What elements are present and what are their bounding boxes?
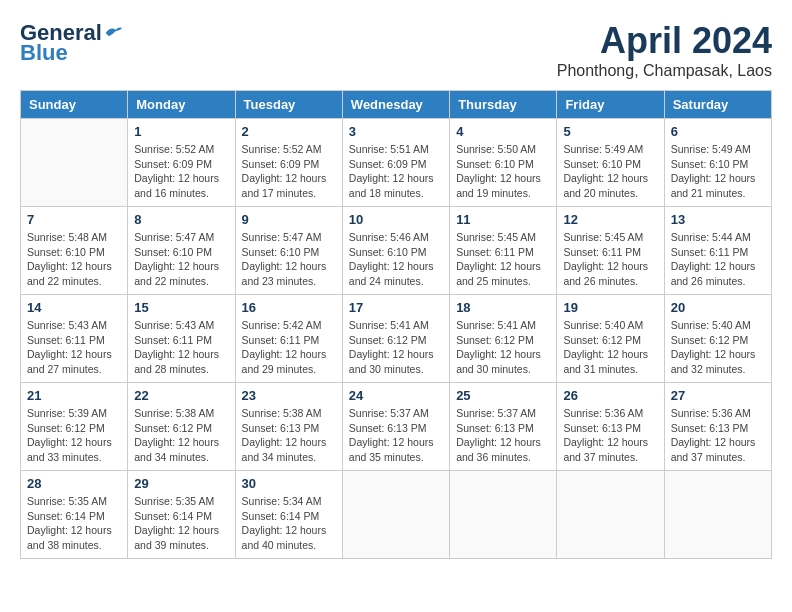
day-number: 2 bbox=[242, 124, 336, 139]
day-info: Sunrise: 5:52 AM Sunset: 6:09 PM Dayligh… bbox=[134, 142, 228, 201]
day-number: 22 bbox=[134, 388, 228, 403]
calendar-cell: 23Sunrise: 5:38 AM Sunset: 6:13 PM Dayli… bbox=[235, 383, 342, 471]
calendar-cell: 15Sunrise: 5:43 AM Sunset: 6:11 PM Dayli… bbox=[128, 295, 235, 383]
header: General Blue April 2024 Phonthong, Champ… bbox=[20, 20, 772, 80]
day-number: 8 bbox=[134, 212, 228, 227]
calendar-cell: 8Sunrise: 5:47 AM Sunset: 6:10 PM Daylig… bbox=[128, 207, 235, 295]
day-number: 21 bbox=[27, 388, 121, 403]
day-info: Sunrise: 5:38 AM Sunset: 6:12 PM Dayligh… bbox=[134, 406, 228, 465]
week-row-1: 1Sunrise: 5:52 AM Sunset: 6:09 PM Daylig… bbox=[21, 119, 772, 207]
day-info: Sunrise: 5:43 AM Sunset: 6:11 PM Dayligh… bbox=[134, 318, 228, 377]
col-header-tuesday: Tuesday bbox=[235, 91, 342, 119]
bird-icon bbox=[104, 24, 124, 42]
day-number: 24 bbox=[349, 388, 443, 403]
day-info: Sunrise: 5:39 AM Sunset: 6:12 PM Dayligh… bbox=[27, 406, 121, 465]
calendar-cell: 9Sunrise: 5:47 AM Sunset: 6:10 PM Daylig… bbox=[235, 207, 342, 295]
day-number: 30 bbox=[242, 476, 336, 491]
day-info: Sunrise: 5:49 AM Sunset: 6:10 PM Dayligh… bbox=[563, 142, 657, 201]
calendar-header-row: SundayMondayTuesdayWednesdayThursdayFrid… bbox=[21, 91, 772, 119]
calendar-cell: 10Sunrise: 5:46 AM Sunset: 6:10 PM Dayli… bbox=[342, 207, 449, 295]
day-info: Sunrise: 5:52 AM Sunset: 6:09 PM Dayligh… bbox=[242, 142, 336, 201]
day-info: Sunrise: 5:45 AM Sunset: 6:11 PM Dayligh… bbox=[456, 230, 550, 289]
calendar-cell: 17Sunrise: 5:41 AM Sunset: 6:12 PM Dayli… bbox=[342, 295, 449, 383]
calendar-cell: 5Sunrise: 5:49 AM Sunset: 6:10 PM Daylig… bbox=[557, 119, 664, 207]
col-header-monday: Monday bbox=[128, 91, 235, 119]
day-number: 14 bbox=[27, 300, 121, 315]
day-number: 23 bbox=[242, 388, 336, 403]
day-number: 3 bbox=[349, 124, 443, 139]
day-number: 10 bbox=[349, 212, 443, 227]
week-row-5: 28Sunrise: 5:35 AM Sunset: 6:14 PM Dayli… bbox=[21, 471, 772, 559]
day-info: Sunrise: 5:35 AM Sunset: 6:14 PM Dayligh… bbox=[27, 494, 121, 553]
day-number: 25 bbox=[456, 388, 550, 403]
logo: General Blue bbox=[20, 20, 124, 66]
day-number: 20 bbox=[671, 300, 765, 315]
day-info: Sunrise: 5:46 AM Sunset: 6:10 PM Dayligh… bbox=[349, 230, 443, 289]
month-title: April 2024 bbox=[557, 20, 772, 62]
day-number: 18 bbox=[456, 300, 550, 315]
day-info: Sunrise: 5:38 AM Sunset: 6:13 PM Dayligh… bbox=[242, 406, 336, 465]
day-info: Sunrise: 5:51 AM Sunset: 6:09 PM Dayligh… bbox=[349, 142, 443, 201]
day-info: Sunrise: 5:50 AM Sunset: 6:10 PM Dayligh… bbox=[456, 142, 550, 201]
calendar-cell bbox=[557, 471, 664, 559]
day-number: 4 bbox=[456, 124, 550, 139]
col-header-sunday: Sunday bbox=[21, 91, 128, 119]
calendar-cell: 12Sunrise: 5:45 AM Sunset: 6:11 PM Dayli… bbox=[557, 207, 664, 295]
calendar-cell: 3Sunrise: 5:51 AM Sunset: 6:09 PM Daylig… bbox=[342, 119, 449, 207]
day-info: Sunrise: 5:36 AM Sunset: 6:13 PM Dayligh… bbox=[563, 406, 657, 465]
day-number: 17 bbox=[349, 300, 443, 315]
calendar-cell: 30Sunrise: 5:34 AM Sunset: 6:14 PM Dayli… bbox=[235, 471, 342, 559]
calendar-cell bbox=[21, 119, 128, 207]
calendar-cell: 18Sunrise: 5:41 AM Sunset: 6:12 PM Dayli… bbox=[450, 295, 557, 383]
calendar-cell: 24Sunrise: 5:37 AM Sunset: 6:13 PM Dayli… bbox=[342, 383, 449, 471]
calendar-cell bbox=[664, 471, 771, 559]
day-number: 1 bbox=[134, 124, 228, 139]
calendar-cell: 29Sunrise: 5:35 AM Sunset: 6:14 PM Dayli… bbox=[128, 471, 235, 559]
calendar-cell: 25Sunrise: 5:37 AM Sunset: 6:13 PM Dayli… bbox=[450, 383, 557, 471]
day-number: 27 bbox=[671, 388, 765, 403]
day-info: Sunrise: 5:45 AM Sunset: 6:11 PM Dayligh… bbox=[563, 230, 657, 289]
calendar-cell: 2Sunrise: 5:52 AM Sunset: 6:09 PM Daylig… bbox=[235, 119, 342, 207]
day-number: 29 bbox=[134, 476, 228, 491]
day-info: Sunrise: 5:37 AM Sunset: 6:13 PM Dayligh… bbox=[456, 406, 550, 465]
day-number: 6 bbox=[671, 124, 765, 139]
logo-blue-text: Blue bbox=[20, 40, 68, 66]
calendar-cell: 11Sunrise: 5:45 AM Sunset: 6:11 PM Dayli… bbox=[450, 207, 557, 295]
day-info: Sunrise: 5:41 AM Sunset: 6:12 PM Dayligh… bbox=[456, 318, 550, 377]
day-info: Sunrise: 5:43 AM Sunset: 6:11 PM Dayligh… bbox=[27, 318, 121, 377]
day-number: 15 bbox=[134, 300, 228, 315]
day-number: 11 bbox=[456, 212, 550, 227]
day-number: 19 bbox=[563, 300, 657, 315]
day-info: Sunrise: 5:41 AM Sunset: 6:12 PM Dayligh… bbox=[349, 318, 443, 377]
title-area: April 2024 Phonthong, Champasak, Laos bbox=[557, 20, 772, 80]
calendar-cell: 20Sunrise: 5:40 AM Sunset: 6:12 PM Dayli… bbox=[664, 295, 771, 383]
day-info: Sunrise: 5:37 AM Sunset: 6:13 PM Dayligh… bbox=[349, 406, 443, 465]
calendar-cell bbox=[342, 471, 449, 559]
day-number: 12 bbox=[563, 212, 657, 227]
col-header-friday: Friday bbox=[557, 91, 664, 119]
calendar-cell bbox=[450, 471, 557, 559]
day-info: Sunrise: 5:49 AM Sunset: 6:10 PM Dayligh… bbox=[671, 142, 765, 201]
day-info: Sunrise: 5:40 AM Sunset: 6:12 PM Dayligh… bbox=[671, 318, 765, 377]
calendar-cell: 28Sunrise: 5:35 AM Sunset: 6:14 PM Dayli… bbox=[21, 471, 128, 559]
day-info: Sunrise: 5:34 AM Sunset: 6:14 PM Dayligh… bbox=[242, 494, 336, 553]
calendar-cell: 6Sunrise: 5:49 AM Sunset: 6:10 PM Daylig… bbox=[664, 119, 771, 207]
day-number: 28 bbox=[27, 476, 121, 491]
calendar-cell: 7Sunrise: 5:48 AM Sunset: 6:10 PM Daylig… bbox=[21, 207, 128, 295]
day-info: Sunrise: 5:47 AM Sunset: 6:10 PM Dayligh… bbox=[134, 230, 228, 289]
day-number: 7 bbox=[27, 212, 121, 227]
day-info: Sunrise: 5:44 AM Sunset: 6:11 PM Dayligh… bbox=[671, 230, 765, 289]
calendar-table: SundayMondayTuesdayWednesdayThursdayFrid… bbox=[20, 90, 772, 559]
day-info: Sunrise: 5:40 AM Sunset: 6:12 PM Dayligh… bbox=[563, 318, 657, 377]
calendar-cell: 16Sunrise: 5:42 AM Sunset: 6:11 PM Dayli… bbox=[235, 295, 342, 383]
day-info: Sunrise: 5:36 AM Sunset: 6:13 PM Dayligh… bbox=[671, 406, 765, 465]
day-info: Sunrise: 5:35 AM Sunset: 6:14 PM Dayligh… bbox=[134, 494, 228, 553]
week-row-3: 14Sunrise: 5:43 AM Sunset: 6:11 PM Dayli… bbox=[21, 295, 772, 383]
calendar-cell: 13Sunrise: 5:44 AM Sunset: 6:11 PM Dayli… bbox=[664, 207, 771, 295]
calendar-cell: 19Sunrise: 5:40 AM Sunset: 6:12 PM Dayli… bbox=[557, 295, 664, 383]
day-info: Sunrise: 5:48 AM Sunset: 6:10 PM Dayligh… bbox=[27, 230, 121, 289]
day-info: Sunrise: 5:42 AM Sunset: 6:11 PM Dayligh… bbox=[242, 318, 336, 377]
calendar-cell: 21Sunrise: 5:39 AM Sunset: 6:12 PM Dayli… bbox=[21, 383, 128, 471]
week-row-2: 7Sunrise: 5:48 AM Sunset: 6:10 PM Daylig… bbox=[21, 207, 772, 295]
calendar-cell: 27Sunrise: 5:36 AM Sunset: 6:13 PM Dayli… bbox=[664, 383, 771, 471]
